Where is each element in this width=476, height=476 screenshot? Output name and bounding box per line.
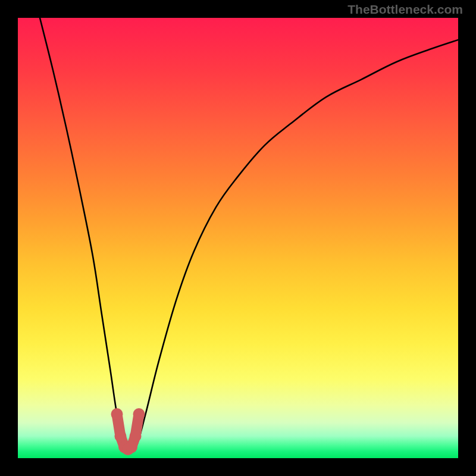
plot-area: [18, 18, 458, 458]
optimum-marker: [126, 441, 137, 453]
optimum-region: [111, 408, 145, 455]
chart-frame: TheBottleneck.com: [0, 0, 476, 476]
bottleneck-curve: [40, 18, 458, 450]
optimum-marker: [114, 430, 126, 442]
optimum-marker: [111, 408, 123, 420]
watermark-text: TheBottleneck.com: [347, 2, 463, 17]
optimum-marker: [130, 430, 142, 442]
optimum-marker: [133, 408, 145, 420]
curve-layer: [18, 18, 458, 458]
